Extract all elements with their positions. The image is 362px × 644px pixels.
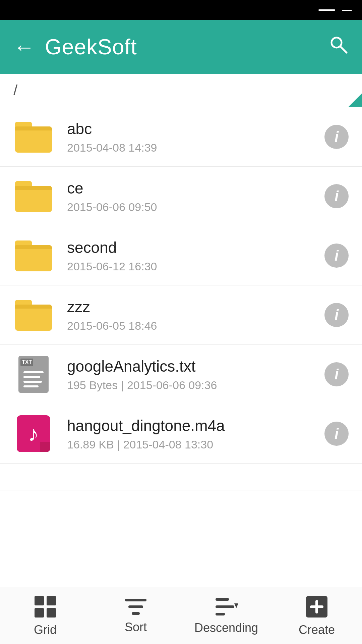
app-title: GeekSoft <box>45 35 137 59</box>
breadcrumb: / <box>0 74 362 107</box>
folder-icon <box>13 117 54 157</box>
breadcrumb-path: / <box>13 82 17 99</box>
file-meta: 16.89 KB | 2015-04-08 13:30 <box>67 438 324 451</box>
svg-rect-2 <box>35 596 44 605</box>
file-info: hangout_dingtone.m4a 16.89 KB | 2015-04-… <box>67 417 324 451</box>
svg-rect-6 <box>125 599 146 601</box>
info-button[interactable]: i <box>324 244 349 268</box>
svg-rect-11 <box>216 613 225 615</box>
file-info: second 2015-06-12 16:30 <box>67 238 324 273</box>
file-name: second <box>67 238 324 257</box>
info-button[interactable]: i <box>324 125 349 149</box>
file-name: ce <box>67 179 324 197</box>
file-name: abc <box>67 120 324 138</box>
battery-icon <box>342 10 352 11</box>
list-item[interactable]: googleAnalytics.txt 195 Bytes | 2015-06-… <box>0 345 362 404</box>
nav-item-descending[interactable]: Descending <box>181 590 272 642</box>
nav-label-sort: Sort <box>125 620 147 634</box>
nav-item-sort[interactable]: Sort <box>90 591 181 641</box>
info-button[interactable]: i <box>324 422 349 446</box>
file-name: googleAnalytics.txt <box>67 357 324 375</box>
nav-item-grid[interactable]: Grid <box>0 588 90 644</box>
file-info: zzz 2015-06-05 18:46 <box>67 298 324 332</box>
back-button[interactable]: ← <box>13 36 35 58</box>
folder-icon <box>13 235 54 276</box>
list-item-partial <box>0 464 362 490</box>
folder-icon <box>13 295 54 335</box>
list-item[interactable]: hangout_dingtone.m4a 16.89 KB | 2015-04-… <box>0 404 362 464</box>
file-name: hangout_dingtone.m4a <box>67 417 324 435</box>
descending-icon <box>214 597 238 617</box>
nav-label-descending: Descending <box>194 621 258 635</box>
info-button[interactable]: i <box>324 184 349 208</box>
file-info: ce 2015-06-06 09:50 <box>67 179 324 214</box>
music-file-icon <box>13 414 54 454</box>
status-bar <box>0 0 362 20</box>
bottom-nav: Grid Sort Descending <box>0 587 362 644</box>
grid-icon <box>33 595 57 619</box>
file-meta: 2015-06-05 18:46 <box>67 319 324 332</box>
nav-label-create: Create <box>299 623 335 637</box>
svg-rect-15 <box>310 605 323 608</box>
svg-rect-3 <box>47 596 56 605</box>
file-name: zzz <box>67 298 324 316</box>
svg-rect-9 <box>216 598 229 601</box>
file-info: abc 2015-04-08 14:39 <box>67 120 324 154</box>
create-icon <box>305 595 329 619</box>
svg-rect-10 <box>216 605 234 608</box>
list-item[interactable]: abc 2015-04-08 14:39 i <box>0 107 362 167</box>
list-item[interactable]: zzz 2015-06-05 18:46 i <box>0 285 362 345</box>
file-info: googleAnalytics.txt 195 Bytes | 2015-06-… <box>67 357 324 392</box>
signal-icon <box>318 9 335 11</box>
list-item[interactable]: second 2015-06-12 16:30 i <box>0 226 362 285</box>
file-meta: 2015-06-06 09:50 <box>67 201 324 214</box>
folder-icon <box>13 176 54 216</box>
search-icon[interactable] <box>328 35 349 59</box>
info-button[interactable]: i <box>324 362 349 386</box>
nav-item-create[interactable]: Create <box>272 588 362 644</box>
file-meta: 195 Bytes | 2015-06-06 09:36 <box>67 379 324 392</box>
list-item[interactable]: ce 2015-06-06 09:50 i <box>0 167 362 226</box>
info-button[interactable]: i <box>324 303 349 327</box>
txt-file-icon <box>13 354 54 394</box>
svg-rect-5 <box>47 608 56 618</box>
nav-label-grid: Grid <box>34 623 57 637</box>
file-list: abc 2015-04-08 14:39 i ce 2015-06-06 09:… <box>0 107 362 587</box>
svg-rect-7 <box>128 605 143 608</box>
file-meta: 2015-06-12 16:30 <box>67 260 324 273</box>
svg-rect-8 <box>132 612 140 615</box>
sort-icon <box>124 597 148 616</box>
file-meta: 2015-04-08 14:39 <box>67 141 324 154</box>
header: ← GeekSoft <box>0 20 362 74</box>
svg-line-1 <box>340 46 347 53</box>
svg-rect-4 <box>35 608 44 618</box>
svg-marker-12 <box>234 603 238 608</box>
breadcrumb-triangle <box>349 93 362 107</box>
